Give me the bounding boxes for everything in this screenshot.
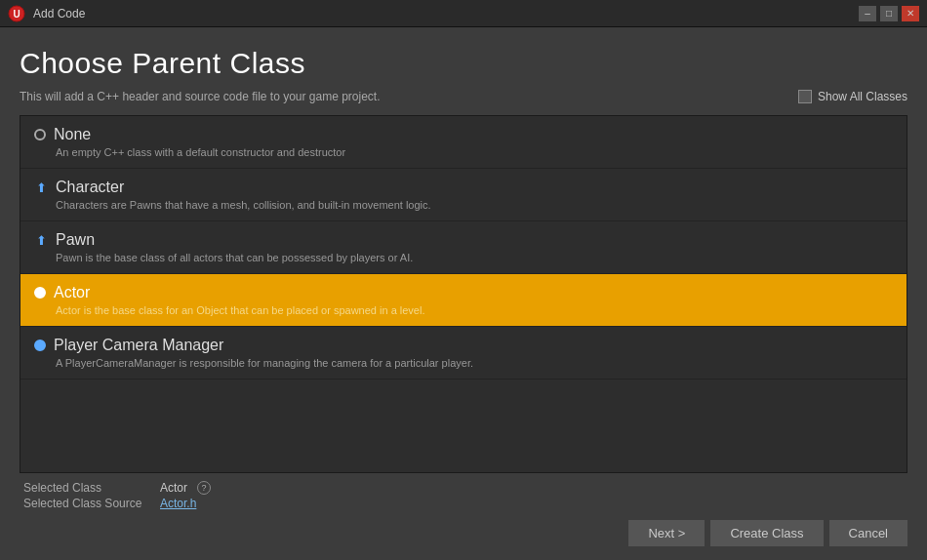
help-icon[interactable]: ? xyxy=(197,481,211,495)
selected-class-source-value[interactable]: Actor.h xyxy=(160,497,196,510)
footer-info: Selected Class Actor ? Selected Class So… xyxy=(20,481,907,510)
selected-class-label: Selected Class xyxy=(23,481,150,495)
class-item-player-camera-manager[interactable]: Player Camera Manager A PlayerCameraMana… xyxy=(20,327,907,380)
actor-radio-icon xyxy=(34,287,46,299)
window-title: Add Code xyxy=(33,7,859,20)
subtitle-row: This will add a C++ header and source co… xyxy=(20,90,907,103)
class-item-character-header: ⬆ Character xyxy=(34,179,893,196)
minimize-button[interactable]: – xyxy=(859,6,876,21)
none-class-desc: An empty C++ class with a default constr… xyxy=(56,146,893,158)
subtitle-text: This will add a C++ header and source co… xyxy=(20,90,381,103)
pcm-class-name: Player Camera Manager xyxy=(54,337,223,354)
svg-text:U: U xyxy=(13,9,20,20)
class-item-pawn[interactable]: ⬆ Pawn Pawn is the base class of all act… xyxy=(20,221,907,274)
pcm-radio-icon xyxy=(34,340,46,351)
class-item-pcm-header: Player Camera Manager xyxy=(34,337,893,354)
class-item-actor[interactable]: Actor Actor is the base class for an Obj… xyxy=(20,274,907,327)
next-button[interactable]: Next > xyxy=(628,520,705,546)
class-list: None An empty C++ class with a default c… xyxy=(20,115,907,473)
show-all-label: Show All Classes xyxy=(818,90,907,103)
none-class-name: None xyxy=(54,126,91,143)
app-logo: U xyxy=(8,5,25,22)
titlebar: U Add Code – □ ✕ xyxy=(0,0,927,27)
pawn-class-desc: Pawn is the base class of all actors tha… xyxy=(56,252,893,263)
actor-class-desc: Actor is the base class for an Object th… xyxy=(56,304,893,316)
character-class-desc: Characters are Pawns that have a mesh, c… xyxy=(56,199,893,211)
class-item-actor-header: Actor xyxy=(34,284,893,301)
class-item-none[interactable]: None An empty C++ class with a default c… xyxy=(20,116,907,169)
page-title: Choose Parent Class xyxy=(20,47,907,80)
selected-class-source-row: Selected Class Source Actor.h xyxy=(23,497,907,510)
pawn-icon: ⬆ xyxy=(34,233,48,247)
class-item-pawn-header: ⬆ Pawn xyxy=(34,231,893,249)
show-all-checkbox[interactable] xyxy=(798,90,812,103)
window-controls: – □ ✕ xyxy=(859,6,919,21)
selected-class-value: Actor xyxy=(160,481,187,495)
maximize-button[interactable]: □ xyxy=(880,6,898,21)
window-body: Choose Parent Class This will add a C++ … xyxy=(0,27,927,560)
class-item-none-header: None xyxy=(34,126,893,143)
class-item-character[interactable]: ⬆ Character Characters are Pawns that ha… xyxy=(20,169,907,221)
selected-class-row: Selected Class Actor ? xyxy=(23,481,907,495)
actor-class-name: Actor xyxy=(54,284,90,301)
character-class-name: Character xyxy=(56,179,124,196)
pawn-class-name: Pawn xyxy=(56,231,95,249)
close-button[interactable]: ✕ xyxy=(902,6,919,21)
character-icon: ⬆ xyxy=(34,180,48,194)
selected-class-source-label: Selected Class Source xyxy=(23,497,150,510)
show-all-row[interactable]: Show All Classes xyxy=(798,90,907,103)
pcm-class-desc: A PlayerCameraManager is responsible for… xyxy=(56,357,893,369)
create-class-button[interactable]: Create Class xyxy=(710,520,823,546)
none-radio-icon xyxy=(34,129,46,140)
footer-buttons: Next > Create Class Cancel xyxy=(20,520,907,546)
cancel-button[interactable]: Cancel xyxy=(829,520,907,546)
